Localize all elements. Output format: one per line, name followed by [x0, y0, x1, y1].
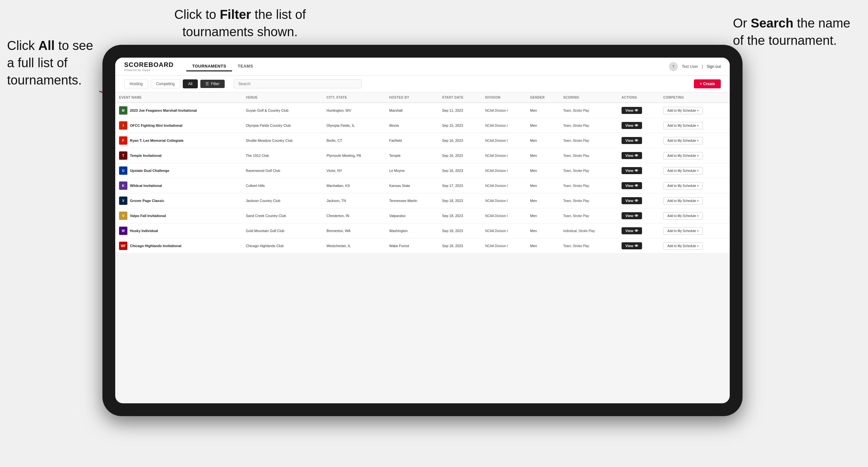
view-button-2[interactable]: View 👁 — [622, 137, 642, 144]
add-schedule-button-1[interactable]: Add to My Schedule + — [663, 122, 703, 129]
event-name-8: Husky Individual — [130, 229, 158, 233]
event-logo-2: F — [119, 136, 127, 145]
signout-link[interactable]: Sign out — [707, 64, 721, 69]
start-date-cell-9: Sep 18, 2023 — [438, 239, 482, 253]
city-state-cell-1: Olympia Fields, IL — [322, 118, 385, 133]
event-name-2: Ryan T. Lee Memorial Collegiate — [130, 138, 184, 143]
add-schedule-button-2[interactable]: Add to My Schedule + — [663, 137, 703, 144]
add-schedule-button-3[interactable]: Add to My Schedule + — [663, 152, 703, 159]
competing-cell-2: Add to My Schedule + — [659, 133, 730, 148]
gender-cell-5: Men — [526, 178, 559, 193]
filter-button[interactable]: ☰ Filter — [200, 80, 225, 88]
start-date-cell-7: Sep 18, 2023 — [438, 208, 482, 223]
col-hosted-by: HOSTED BY — [385, 93, 438, 103]
start-date-cell-0: Sep 11, 2023 — [438, 103, 482, 118]
tab-competing[interactable]: Competing — [151, 80, 180, 88]
view-button-8[interactable]: View 👁 — [622, 227, 642, 234]
view-button-5[interactable]: View 👁 — [622, 182, 642, 189]
tab-hosting[interactable]: Hosting — [124, 80, 148, 88]
division-cell-9: NCAA Division I — [482, 239, 526, 253]
start-date-cell-2: Sep 16, 2023 — [438, 133, 482, 148]
logo-sub: Powered by clippd — [124, 68, 174, 72]
actions-cell-7: View 👁 — [618, 208, 659, 223]
competing-cell-4: Add to My Schedule + — [659, 163, 730, 178]
add-schedule-button-4[interactable]: Add to My Schedule + — [663, 167, 703, 175]
col-competing: COMPETING — [659, 93, 730, 103]
hosted-by-cell-3: Temple — [385, 148, 438, 163]
filter-icon: ☰ — [206, 82, 209, 86]
logo-area: SCOREBOARD Powered by clippd — [124, 61, 174, 72]
event-cell-6: V Grover Page Classic — [115, 193, 242, 208]
col-division: DIVISION — [482, 93, 526, 103]
add-schedule-button-9[interactable]: Add to My Schedule + — [663, 242, 703, 250]
col-start-date: START DATE — [438, 93, 482, 103]
city-state-cell-5: Manhattan, KS — [322, 178, 385, 193]
view-button-0[interactable]: View 👁 — [622, 107, 642, 114]
competing-cell-5: Add to My Schedule + — [659, 178, 730, 193]
col-actions: ACTIONS — [618, 93, 659, 103]
view-button-7[interactable]: View 👁 — [622, 212, 642, 219]
gender-cell-8: Men — [526, 223, 559, 239]
add-schedule-button-7[interactable]: Add to My Schedule + — [663, 212, 703, 220]
eye-icon-8: 👁 — [635, 229, 638, 233]
city-state-cell-0: Huntington, WV — [322, 103, 385, 118]
event-logo-8: W — [119, 227, 127, 235]
view-button-9[interactable]: View 👁 — [622, 242, 642, 249]
division-cell-2: NCAA Division I — [482, 133, 526, 148]
eye-icon-1: 👁 — [635, 124, 638, 127]
start-date-cell-3: Sep 16, 2023 — [438, 148, 482, 163]
create-button[interactable]: + Create — [694, 80, 721, 88]
view-button-3[interactable]: View 👁 — [622, 152, 642, 159]
event-name-0: 2023 Joe Feaganes Marshall Invitational — [130, 108, 197, 112]
event-name-9: Chicago Highlands Invitational — [130, 244, 182, 248]
view-button-1[interactable]: View 👁 — [622, 122, 642, 129]
event-cell-1: I OFCC Fighting Illini Invitational — [115, 118, 242, 133]
hosted-by-cell-6: Tennessee-Martin — [385, 193, 438, 208]
eye-icon-3: 👁 — [635, 154, 638, 157]
city-state-cell-9: Westchester, IL — [322, 239, 385, 253]
event-name-1: OFCC Fighting Illini Invitational — [130, 124, 182, 127]
hosted-by-cell-7: Valparaiso — [385, 208, 438, 223]
add-schedule-button-6[interactable]: Add to My Schedule + — [663, 197, 703, 205]
competing-cell-7: Add to My Schedule + — [659, 208, 730, 223]
table-row: U Upstate Dual Challenge Ravenwood Golf … — [115, 163, 730, 178]
search-input[interactable] — [234, 80, 362, 88]
event-logo-7: V — [119, 212, 127, 220]
app-header: SCOREBOARD Powered by clippd TOURNAMENTS… — [115, 58, 730, 75]
actions-cell-1: View 👁 — [618, 118, 659, 133]
nav-tab-tournaments[interactable]: TOURNAMENTS — [186, 62, 232, 71]
table-row: I OFCC Fighting Illini Invitational Olym… — [115, 118, 730, 133]
scoring-cell-9: Team, Stroke Play — [559, 239, 618, 253]
actions-cell-9: View 👁 — [618, 239, 659, 253]
eye-icon-4: 👁 — [635, 169, 638, 173]
add-schedule-button-5[interactable]: Add to My Schedule + — [663, 182, 703, 189]
tablet-screen: SCOREBOARD Powered by clippd TOURNAMENTS… — [115, 58, 730, 403]
add-schedule-button-0[interactable]: Add to My Schedule + — [663, 107, 703, 114]
separator: | — [702, 64, 703, 69]
event-cell-8: W Husky Individual — [115, 223, 242, 239]
start-date-cell-1: Sep 15, 2023 — [438, 118, 482, 133]
event-name-6: Grover Page Classic — [130, 199, 164, 203]
add-schedule-button-8[interactable]: Add to My Schedule + — [663, 227, 703, 235]
scoring-cell-8: Individual, Stroke Play — [559, 223, 618, 239]
gender-cell-7: Men — [526, 208, 559, 223]
event-cell-3: T Temple Invitational — [115, 148, 242, 163]
view-button-6[interactable]: View 👁 — [622, 197, 642, 204]
view-button-4[interactable]: View 👁 — [622, 167, 642, 174]
actions-cell-5: View 👁 — [618, 178, 659, 193]
event-cell-7: V Valpo Fall Invitational — [115, 208, 242, 223]
hosted-by-cell-2: Fairfield — [385, 133, 438, 148]
event-cell-4: U Upstate Dual Challenge — [115, 163, 242, 178]
hosted-by-cell-1: Illinois — [385, 118, 438, 133]
start-date-cell-6: Sep 18, 2023 — [438, 193, 482, 208]
start-date-cell-8: Sep 18, 2023 — [438, 223, 482, 239]
filter-bar: Hosting Competing All ☰ Filter + Create — [115, 75, 730, 93]
tab-all[interactable]: All — [183, 80, 198, 88]
nav-tabs: TOURNAMENTS TEAMS — [186, 62, 258, 71]
nav-tab-teams[interactable]: TEAMS — [232, 62, 259, 71]
actions-cell-2: View 👁 — [618, 133, 659, 148]
scoring-cell-2: Team, Stroke Play — [559, 133, 618, 148]
gender-cell-3: Men — [526, 148, 559, 163]
event-cell-5: K Wildcat Invitational — [115, 178, 242, 193]
hosted-by-cell-0: Marshall — [385, 103, 438, 118]
